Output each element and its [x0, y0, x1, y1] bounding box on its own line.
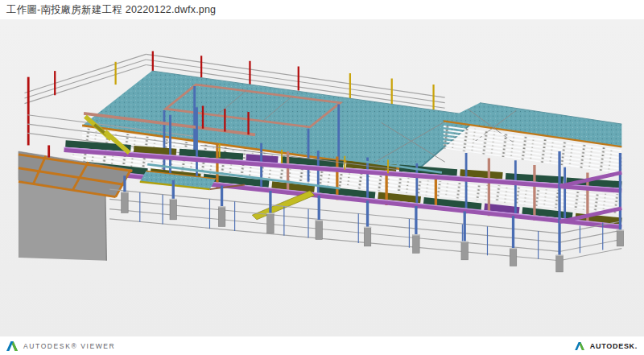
- autodesk-viewer-wordmark: AUTODESK® VIEWER: [23, 342, 115, 350]
- 3d-model-canvas[interactable]: [0, 19, 644, 336]
- document-title: 工作圖-南投廠房新建工程 20220122.dwfx.png: [6, 3, 216, 17]
- ground-ramp: [252, 191, 314, 220]
- autodesk-wordmark: AUTODESK.: [590, 342, 638, 350]
- footer-bar: AUTODESK® VIEWER AUTODESK.: [0, 336, 644, 355]
- autodesk-logo-icon: [575, 342, 584, 350]
- viewer-viewport: [0, 19, 644, 336]
- footer-left-brand: AUTODESK® VIEWER: [6, 341, 115, 351]
- footer-right-brand: AUTODESK.: [575, 342, 638, 350]
- window-title-bar: 工作圖-南投廠房新建工程 20220122.dwfx.png: [0, 0, 644, 19]
- autodesk-logo-icon: [6, 341, 18, 351]
